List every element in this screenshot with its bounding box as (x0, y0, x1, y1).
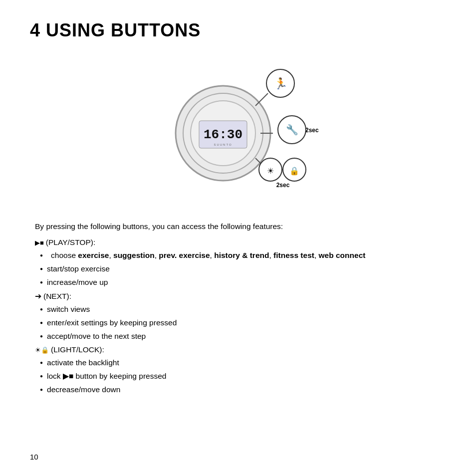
content-section: By pressing the following buttons, you c… (30, 221, 446, 395)
item-text: accept/move to the next step (47, 331, 146, 342)
playstop-label: (PLAY/STOP): (46, 238, 95, 247)
list-item: activate the backlight (40, 357, 441, 368)
list-item: enter/exit settings by keeping pressed (40, 317, 441, 328)
item-text: activate the backlight (47, 357, 119, 368)
lightlock-icon: ☀🔒 (35, 346, 49, 354)
svg-text:🔧: 🔧 (286, 124, 298, 136)
bold-text: fitness test (273, 251, 314, 259)
list-item: accept/move to the next step (40, 331, 441, 342)
intro-text: By pressing the following buttons, you c… (35, 221, 441, 232)
page-number: 10 (30, 453, 38, 461)
next-icon: ➔ (35, 291, 41, 301)
diagram-container: 16:30 SUUNTO 🏃 🔧 2sec ☀ 🔒 2sec (30, 56, 446, 206)
svg-text:2sec: 2sec (276, 182, 290, 189)
svg-text:🔒: 🔒 (289, 166, 299, 176)
bold-text: prev. exercise (159, 251, 210, 259)
list-item: start/stop exercise (40, 263, 441, 274)
item-text: switch views (47, 304, 90, 315)
item-text: enter/exit settings by keeping pressed (47, 317, 177, 328)
next-list: switch views enter/exit settings by keep… (40, 304, 441, 341)
watch-diagram: 16:30 SUUNTO 🏃 🔧 2sec ☀ 🔒 2sec (163, 56, 323, 206)
svg-text:🏃: 🏃 (274, 77, 288, 90)
bold-text: history & trend (214, 251, 269, 259)
item-text: increase/move up (47, 277, 108, 288)
bold-text: web connect (319, 251, 366, 259)
lightlock-list: activate the backlight lock ▶■ button by… (40, 357, 441, 395)
item-text: lock ▶■ button by keeping pressed (47, 371, 166, 382)
list-item: decrease/move down (40, 384, 441, 395)
bold-text: suggestion (113, 251, 155, 259)
svg-text:2sec: 2sec (305, 127, 319, 134)
item-text: choose exercise, suggestion, prev. exerc… (51, 250, 365, 261)
playstop-header: ▶■ (PLAY/STOP): (35, 238, 441, 247)
svg-text:16:30: 16:30 (204, 127, 242, 142)
bold-text: exercise (78, 251, 109, 259)
lightlock-label: (LIGHT/LOCK): (51, 345, 104, 354)
page-title: 4 USING BUTTONS (30, 20, 446, 41)
item-text: start/stop exercise (47, 263, 110, 274)
lightlock-header: ☀🔒 (LIGHT/LOCK): (35, 345, 441, 354)
svg-text:SUUNTO: SUUNTO (214, 143, 232, 146)
playstop-icon: ▶■ (35, 239, 44, 246)
playstop-list: choose exercise, suggestion, prev. exerc… (40, 250, 441, 287)
list-item: increase/move up (40, 277, 441, 288)
list-item: switch views (40, 304, 441, 315)
list-item: lock ▶■ button by keeping pressed (40, 371, 441, 382)
next-label: (NEXT): (43, 292, 71, 301)
svg-text:☀: ☀ (267, 167, 274, 175)
list-item: choose exercise, suggestion, prev. exerc… (40, 250, 441, 261)
item-text: decrease/move down (47, 384, 120, 395)
next-header: ➔ (NEXT): (35, 291, 441, 301)
